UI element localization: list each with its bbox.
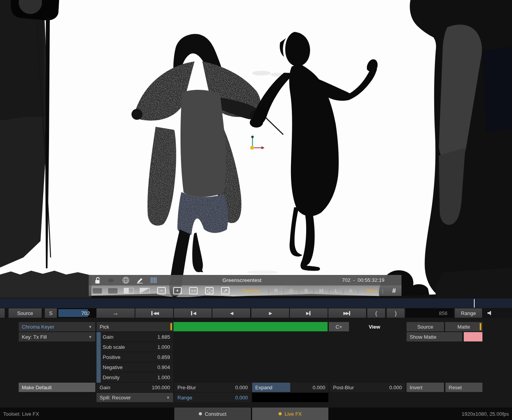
param-pre-blur[interactable]: Pre-Blur0.000 [174,383,251,392]
transport-bar: Source S 702 → ◀◀ ◀ ◀ ▶ ▶ ▶▶ ( ) 856 Ran… [0,308,512,318]
timecode-display: 702 - 00:55:32:19 [342,277,384,283]
param-gain[interactable]: Gain1.685 [96,332,173,341]
livefx-dot-icon [279,412,282,415]
overlay-toggle[interactable]: Overlay [242,288,260,294]
channel-blue[interactable]: B [305,288,308,294]
expand-button: Expand [252,383,290,392]
key-output-dropdown[interactable]: Key: Tx Fill▼ [19,332,95,341]
output-matte-button[interactable]: Matte [445,322,482,331]
live-fx-app: Greenscreentest 702 - 00:55:32:19 − + 1:… [0,0,512,420]
globe-icon[interactable] [121,276,131,285]
construct-dot-icon [199,412,202,415]
keyer-mode-dropdown[interactable]: Chroma Keyer▼ [19,322,95,331]
stereo-disabled-icon [93,288,102,294]
c-plus-button[interactable]: C+ [329,322,349,331]
tab-construct[interactable]: Construct [174,408,251,420]
goto-frame-button[interactable]: → [96,308,135,318]
s-toggle-button[interactable]: S [45,308,57,318]
source-view-button[interactable]: Source [9,308,42,318]
show-matte-button[interactable]: Show Matte [407,332,462,341]
loop-in-button[interactable]: ( [367,308,385,318]
unlock-icon[interactable] [93,276,103,285]
status-bar: Toolset: Live FX Construct Live FX 1920x… [0,408,512,420]
step-back-button[interactable]: ◀ [212,308,250,318]
timeline-strip[interactable] [0,298,512,308]
make-default-button[interactable]: Make Default [19,383,95,392]
playhead[interactable] [474,299,475,308]
viewer-toolbar: Greenscreentest 702 - 00:55:32:19 − + 1:… [89,275,402,296]
param-positive[interactable]: Positive0.859 [96,352,173,362]
param-negative[interactable]: Negative0.904 [96,362,173,372]
monitor-toggle[interactable]: Mon [367,288,377,294]
prev-edit-button[interactable]: ◀ [174,308,212,318]
current-frame-field[interactable]: 702 [58,308,96,318]
viewer-canvas[interactable]: Greenscreentest 702 - 00:55:32:19 − + 1:… [0,0,512,298]
end-frame-field[interactable]: 856 [406,308,454,318]
fit-view-icon[interactable] [204,287,214,295]
audio-mute-icon[interactable] [485,308,496,318]
key-color-swatch[interactable] [174,322,328,331]
toolset-label: Toolset: Live FX [3,408,39,420]
playback-disabled-icon[interactable] [107,276,117,285]
skip-start-button[interactable]: ◀◀ [135,308,173,318]
param-spill-range[interactable]: Range0.000 [174,393,251,402]
split-view-icon[interactable] [124,287,134,295]
pick-color-button[interactable]: Pick [96,322,173,331]
next-edit-button[interactable]: ▶ [290,308,328,318]
matte-color-swatch[interactable] [464,332,482,341]
tab-livefx[interactable]: Live FX [252,408,328,420]
spill-color-swatch[interactable] [252,393,328,402]
view-label: View [360,322,389,331]
spill-mode-dropdown[interactable]: Spill: Recover▼ [96,393,173,402]
zoom-1to1-icon[interactable]: 1:1 [188,287,198,295]
reset-button[interactable]: Reset [445,383,482,392]
range-button[interactable]: Range [455,308,482,318]
matte-view-image [0,0,512,298]
wipe-view-icon[interactable] [140,287,150,295]
chroma-keyer-panel: Chroma Keyer▼ Pick C+ View Source Matte … [0,318,512,408]
pan-diagonal-icon[interactable] [220,287,230,295]
param-master-gain[interactable]: Gain100.000 [96,383,173,392]
skip-end-button[interactable]: ▶▶ [328,308,366,318]
zoom-in-icon[interactable]: + [172,287,182,295]
channel-matte[interactable]: M [319,288,323,294]
param-density[interactable]: Density1.000 [96,373,173,382]
transport-edge-handle[interactable] [0,308,5,318]
compare-disabled-icon [108,288,117,294]
output-source-button[interactable]: Source [407,322,444,331]
loop-out-button[interactable]: ) [387,308,405,318]
zoom-out-icon[interactable]: − [156,287,167,295]
histogram-bars-icon[interactable] [149,276,159,285]
annotate-pencil-icon[interactable] [135,276,145,285]
invert-button[interactable]: Invert [407,383,444,392]
channel-alpha[interactable]: A [349,288,352,294]
channel-red[interactable]: R [274,288,278,294]
param-sub-scale[interactable]: Sub scale1.000 [96,342,173,352]
format-info: 1920x1080, 25.00fps [462,408,509,420]
channel-luma[interactable]: L [335,288,337,294]
clip-title: Greenscreentest [223,277,262,283]
grid-overlay-icon[interactable]: # [392,287,396,295]
channel-green[interactable]: G [289,288,293,294]
play-button[interactable]: ▶ [251,308,289,318]
param-post-blur[interactable]: Post-Blur0.000 [330,383,405,392]
param-expand[interactable]: Expand 0.000 [252,383,328,392]
